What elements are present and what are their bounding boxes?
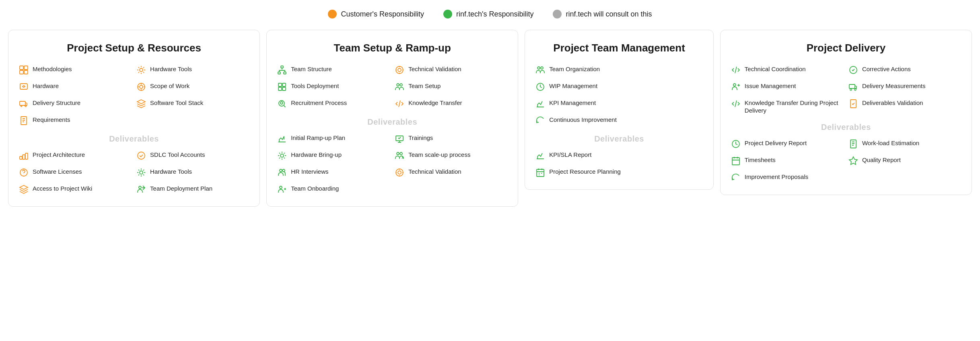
- item-text: Initial Ramp-up Plan: [291, 133, 345, 142]
- card-setup: Project Setup & Resources Methodologies …: [8, 30, 260, 207]
- item-text: Scope of Work: [150, 81, 189, 90]
- list-item: Delivery Measurements: [848, 80, 962, 94]
- item-text: Team scale-up process: [408, 150, 470, 159]
- item-text: Software Tool Stack: [150, 98, 203, 107]
- methodologies-icon: [18, 64, 29, 76]
- item-text: Hardware: [33, 81, 59, 90]
- list-item: Project Resource Planning: [535, 165, 704, 180]
- knowledge-icon: [394, 98, 405, 109]
- item-text: Software Licenses: [33, 167, 82, 176]
- list-item: Delivery Structure: [18, 97, 132, 111]
- item-text: Requirements: [33, 115, 70, 124]
- wip-icon: [535, 81, 546, 92]
- items-grid-delivery: Technical Coordination Corrective Action…: [730, 63, 962, 116]
- dot-rinf: [443, 10, 452, 18]
- deliverables-val-icon: [848, 98, 859, 109]
- delivery-icon: [18, 98, 29, 109]
- scope-icon: [136, 81, 147, 92]
- list-item: Knowledge Transfer: [394, 97, 508, 111]
- issue-icon: [730, 81, 741, 92]
- workload-icon: [848, 138, 859, 150]
- list-item: Knowledge Transfer During Project Delive…: [730, 97, 844, 116]
- team-org-icon: [535, 64, 546, 76]
- recruitment-icon: [276, 98, 288, 109]
- hardware-tools-icon: [136, 64, 147, 76]
- item-text: Project Resource Planning: [549, 167, 621, 176]
- list-item: Timesheets: [730, 154, 844, 168]
- item-text: Continuous Improvement: [549, 115, 617, 124]
- list-item: Software Licenses: [18, 165, 132, 180]
- item-text: Technical Validation: [408, 64, 461, 73]
- item-text: WIP Management: [549, 81, 597, 90]
- item-text: Timesheets: [745, 155, 776, 164]
- resource-plan-icon: [535, 167, 546, 178]
- items-single-mgmt: Team Organization WIP Management KPI Man…: [535, 63, 704, 128]
- list-item: Team Setup: [394, 80, 508, 94]
- legend-item-rinf: rinf.tech's Responsibility: [443, 10, 534, 18]
- list-item: HR Interviews: [276, 165, 391, 180]
- scale-up-icon: [394, 150, 405, 161]
- card-title-rampup: Team Setup & Ramp-up: [276, 41, 508, 55]
- list-item: Team Deployment Plan: [136, 182, 250, 197]
- team-structure-icon: [276, 64, 288, 76]
- item-text: Technical Coordination: [745, 64, 806, 73]
- kt-delivery-icon: [730, 98, 741, 109]
- tech-val2-icon: [394, 167, 405, 178]
- list-item: Scope of Work: [136, 80, 250, 94]
- tech-coord-icon: [730, 64, 741, 76]
- list-item: Project Delivery Report: [730, 137, 844, 151]
- legend-label-rinf: rinf.tech's Responsibility: [456, 10, 534, 18]
- tech-val-icon: [394, 64, 405, 76]
- kpi-report-icon: [535, 150, 546, 161]
- item-text: Quality Report: [862, 155, 901, 164]
- item-text: Team Setup: [408, 81, 441, 90]
- item-text: Methodologies: [33, 64, 72, 73]
- card-title-delivery: Project Delivery: [730, 41, 962, 55]
- onboarding-icon: [276, 184, 288, 195]
- dot-consult: [553, 10, 562, 18]
- wiki-icon: [18, 184, 29, 195]
- hw-bringup-icon: [276, 150, 288, 161]
- items-grid-setup: Methodologies Hardware Tools Hardware Sc…: [18, 63, 250, 128]
- list-item: Technical Validation: [394, 165, 508, 180]
- legend: Customer's Responsibility rinf.tech's Re…: [8, 10, 972, 18]
- item-text: Recruitment Process: [291, 98, 347, 107]
- item-text: Access to Project Wiki: [33, 184, 92, 193]
- list-item: WIP Management: [535, 80, 704, 94]
- item-text: HR Interviews: [291, 167, 328, 176]
- item-text: Hardware Tools: [150, 64, 192, 73]
- list-item: Hardware Tools: [136, 165, 250, 180]
- item-text: Project Delivery Report: [745, 138, 807, 147]
- list-item: Methodologies: [18, 63, 132, 77]
- item-text: Project Architecture: [33, 150, 85, 159]
- team-setup-icon: [394, 81, 405, 92]
- list-item: Team Organization: [535, 63, 704, 77]
- list-item: Tools Deployment: [276, 80, 391, 94]
- delivery-measure-icon: [848, 81, 859, 92]
- timesheets-icon: [730, 155, 741, 166]
- hr-icon: [276, 167, 288, 178]
- improvement-icon: [730, 172, 741, 183]
- list-item: Technical Validation: [394, 63, 508, 77]
- list-item: Access to Project Wiki: [18, 182, 132, 197]
- dot-customer: [328, 10, 337, 18]
- item-text: Work-load Estimation: [862, 138, 919, 147]
- card-title-team-mgmt: Project Team Management: [535, 41, 704, 55]
- item-text: Hardware Tools: [150, 167, 192, 176]
- items-grid-rampup: Team Structure Technical Validation Tool…: [276, 63, 508, 111]
- list-item: Team scale-up process: [394, 148, 508, 163]
- item-text: KPI/SLA Report: [549, 150, 591, 159]
- list-item: Improvement Proposals: [730, 170, 844, 185]
- items-grid-deliverables-4: Project Delivery Report Work-load Estima…: [730, 137, 962, 185]
- list-item: Initial Ramp-up Plan: [276, 131, 391, 146]
- list-item: Team Onboarding: [276, 182, 508, 197]
- item-text: Issue Management: [745, 81, 796, 90]
- list-item: Recruitment Process: [276, 97, 391, 111]
- list-item: Work-load Estimation: [848, 137, 962, 151]
- item-text: Tools Deployment: [291, 81, 339, 90]
- list-item: KPI/SLA Report: [535, 148, 704, 163]
- card-team-mgmt: Project Team Management Team Organizatio…: [525, 30, 714, 190]
- list-item: Project Architecture: [18, 148, 132, 163]
- list-item: Hardware Bring-up: [276, 148, 391, 163]
- legend-label-consult: rinf.tech will consult on this: [566, 10, 652, 18]
